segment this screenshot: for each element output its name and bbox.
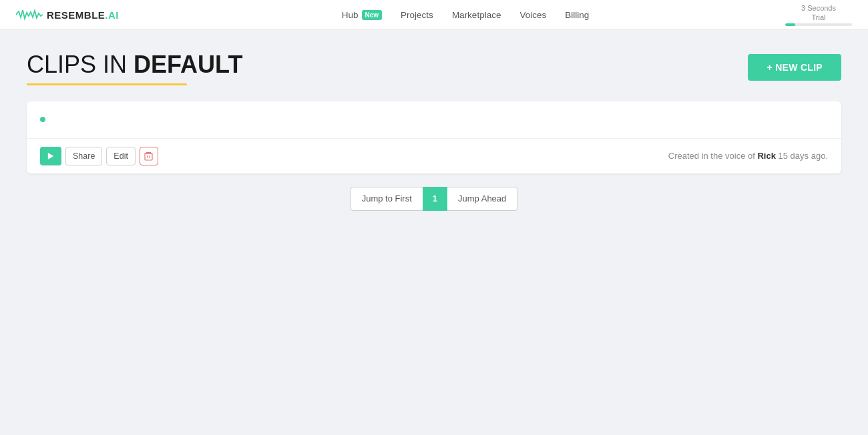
play-button[interactable] [40,147,61,165]
nav-billing[interactable]: Billing [565,10,589,20]
main-content: CLIPS IN DEFAULT + NEW CLIP Share Edit [0,30,868,232]
nav-links: Hub New Projects Marketplace Voices Bill… [146,10,785,20]
jump-ahead-button[interactable]: Jump Ahead [447,187,517,211]
navbar: RESEMBLE.AI Hub New Projects Marketplace… [0,0,868,30]
trial-bar-fill [785,23,795,26]
page-header: CLIPS IN DEFAULT + NEW CLIP [27,51,841,85]
jump-to-first-button[interactable]: Jump to First [351,187,423,211]
svg-rect-1 [145,153,152,160]
hub-badge: New [362,10,383,20]
trial-text: 3 Seconds Trial [801,3,836,23]
clip-waveform-row [27,101,841,139]
pagination: Jump to First 1 Jump Ahead [27,187,841,211]
edit-button[interactable]: Edit [106,147,136,165]
current-page-number: 1 [423,187,447,211]
clip-buttons: Share Edit [40,147,158,165]
page-title-block: CLIPS IN DEFAULT [27,51,242,85]
brand-name: RESEMBLE.AI [47,9,119,21]
page-title: CLIPS IN DEFAULT [27,51,242,78]
trash-icon [144,151,153,161]
clip-meta: Created in the voice of Rick 15 days ago… [668,151,828,161]
new-clip-button[interactable]: + NEW CLIP [748,54,841,81]
waveform-icon [16,7,43,22]
svg-marker-0 [48,153,53,159]
nav-hub[interactable]: Hub New [342,10,382,20]
trial-progress-bar [785,23,852,26]
delete-button[interactable] [140,147,158,165]
share-button[interactable]: Share [65,147,102,165]
title-underline [27,83,187,85]
trial-block: 3 Seconds Trial [785,3,852,27]
clip-actions-row: Share Edit Created in the voice of Rick [27,139,841,173]
play-icon [47,153,54,159]
clip-card: Share Edit Created in the voice of Rick [27,101,841,173]
nav-voices[interactable]: Voices [519,10,546,20]
nav-projects[interactable]: Projects [401,10,433,20]
brand-logo[interactable]: RESEMBLE.AI [16,7,119,22]
waveform-dot [40,117,45,122]
nav-marketplace[interactable]: Marketplace [452,10,501,20]
